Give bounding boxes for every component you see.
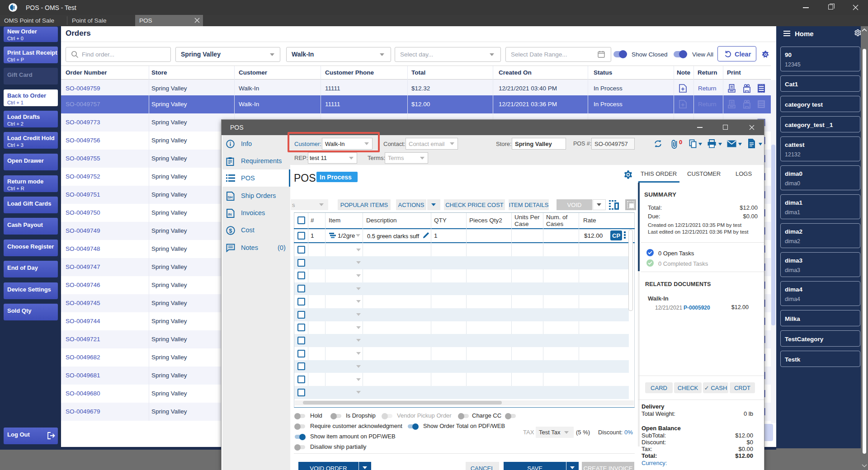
svg-text:$: $ — [229, 228, 232, 234]
svg-text:SH: SH — [228, 195, 233, 199]
svg-text:IN: IN — [228, 212, 232, 216]
